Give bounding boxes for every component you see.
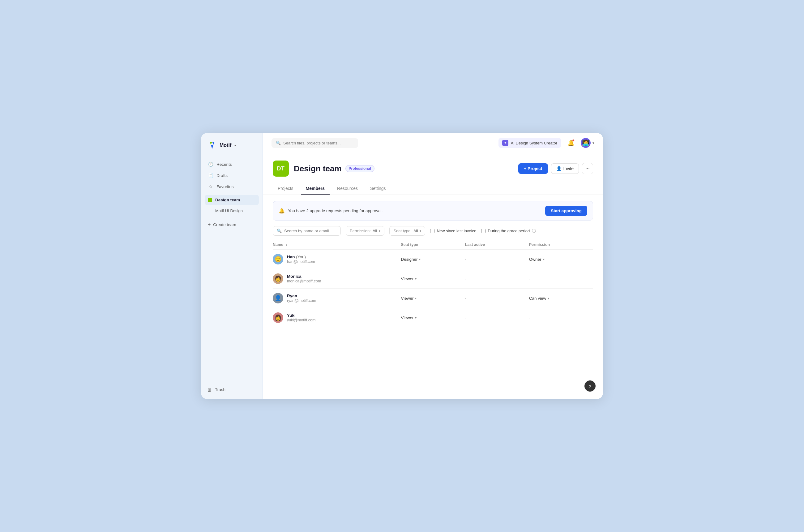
- seat-type-han[interactable]: Designer ▾: [401, 257, 421, 262]
- sidebar-item-recents[interactable]: 🕐 Recents: [205, 159, 259, 170]
- sidebar-nav: 🕐 Recents 📄 Drafts ☆ Favorites Design te…: [201, 156, 263, 380]
- member-name-han: Han (You): [287, 254, 315, 259]
- permission-chevron-icon: ▾: [379, 229, 380, 233]
- seat-type-filter-value: All: [414, 229, 418, 233]
- last-active-ryan: -: [465, 296, 467, 301]
- perm-chevron-icon-ryan: ▾: [548, 297, 549, 300]
- tab-settings[interactable]: Settings: [365, 183, 391, 194]
- grace-period-filter[interactable]: During the grace period ⓘ: [481, 228, 536, 234]
- member-cell-monica: 🧑 Monica monica@motiff.com: [273, 273, 396, 284]
- table-row: 🙂 Han (You) han@motiff.com: [273, 250, 593, 269]
- sidebar-item-label: Drafts: [216, 173, 228, 178]
- start-approving-button[interactable]: Start approving: [545, 206, 587, 216]
- ai-assistant-badge[interactable]: ✦ AI Design System Creator: [498, 138, 561, 148]
- member-name-yuki: Yuki: [287, 313, 315, 318]
- global-search-input[interactable]: [283, 141, 354, 145]
- you-label-han: (You): [296, 254, 306, 259]
- member-email-monica: monica@motiff.com: [287, 279, 321, 283]
- member-search[interactable]: 🔍: [273, 226, 341, 236]
- logo-text: Motif: [219, 142, 231, 148]
- avatar-han: 🙂: [273, 254, 283, 264]
- permission-filter-label: Permission:: [350, 229, 371, 233]
- alert-left: 🔔 You have 2 upgrade requests pending fo…: [279, 208, 383, 214]
- col-header-active: Last active: [465, 240, 529, 250]
- search-icon: 🔍: [276, 141, 281, 145]
- permission-monica: -: [529, 277, 531, 281]
- invite-label: Invite: [563, 166, 574, 171]
- motif-logo-icon: [207, 140, 217, 150]
- last-active-yuki: -: [465, 316, 467, 320]
- seat-chevron-icon-monica: ▾: [415, 277, 417, 281]
- last-active-han: -: [465, 257, 467, 262]
- permission-han[interactable]: Owner ▾: [529, 257, 544, 262]
- sort-arrow-icon: ↓: [286, 243, 288, 247]
- table-row: 👩 Yuki yuki@motiff.com Viewer ▾: [273, 308, 593, 327]
- permission-filter[interactable]: Permission: All ▾: [346, 226, 384, 236]
- tab-resources[interactable]: Resources: [332, 183, 363, 194]
- new-since-invoice-checkbox[interactable]: [430, 229, 435, 233]
- team-avatar: DT: [273, 160, 289, 177]
- seat-type-filter[interactable]: Seat type: All ▾: [389, 226, 425, 236]
- grace-period-checkbox[interactable]: [481, 229, 485, 233]
- team-color-indicator: [208, 198, 212, 202]
- sidebar-item-label: Design team: [215, 198, 240, 202]
- page-tabs: Projects Members Resources Settings: [263, 177, 603, 195]
- sidebar-item-favorites[interactable]: ☆ Favorites: [205, 181, 259, 192]
- member-email-ryan: ryan@motiff.com: [287, 299, 316, 303]
- create-team-button[interactable]: + Create team: [205, 219, 259, 230]
- avatar: 🧑‍💻: [581, 138, 591, 148]
- invite-button[interactable]: 👤 Invite: [551, 163, 579, 174]
- sidebar-item-label: Recents: [216, 162, 232, 167]
- more-options-button[interactable]: ···: [582, 163, 593, 174]
- ai-badge-label: AI Design System Creator: [511, 141, 557, 145]
- sidebar-item-motif-ui-design[interactable]: Motif UI Design: [205, 206, 259, 216]
- sidebar-item-drafts[interactable]: 📄 Drafts: [205, 170, 259, 180]
- table-row: 🧑 Monica monica@motiff.com Viewer ▾: [273, 269, 593, 289]
- trash-icon: 🗑: [207, 387, 212, 392]
- recents-icon: 🕐: [208, 162, 213, 167]
- alert-message: You have 2 upgrade requests pending for …: [288, 208, 383, 213]
- tab-members[interactable]: Members: [301, 183, 330, 194]
- notifications-button[interactable]: 🔔: [566, 138, 576, 148]
- grace-period-label: During the grace period: [487, 229, 530, 233]
- member-cell-ryan: 👤 Ryan ryan@motiff.com: [273, 293, 396, 303]
- bell-icon: 🔔: [279, 208, 285, 214]
- more-icon: ···: [586, 166, 589, 171]
- sidebar-item-design-team[interactable]: Design team: [205, 195, 259, 205]
- sidebar-logo[interactable]: Motif ▾: [201, 133, 263, 156]
- avatar-yuki: 👩: [273, 312, 283, 323]
- permission-yuki: -: [529, 316, 531, 320]
- svg-marker-1: [211, 145, 213, 149]
- sidebar-sub-item-label: Motif UI Design: [215, 208, 243, 213]
- new-project-button[interactable]: + Project: [518, 163, 548, 174]
- perm-chevron-icon-han: ▾: [543, 258, 544, 261]
- content-area: 🔔 You have 2 upgrade requests pending fo…: [263, 195, 603, 399]
- invite-icon: 👤: [556, 166, 561, 171]
- ai-icon: ✦: [502, 140, 509, 146]
- col-header-permission: Permission: [529, 240, 593, 250]
- sidebar: Motif ▾ 🕐 Recents 📄 Drafts ☆ Favorites D…: [201, 133, 263, 399]
- trash-item[interactable]: 🗑 Trash: [207, 385, 256, 394]
- page-title: Design team: [294, 164, 342, 173]
- seat-type-yuki[interactable]: Viewer ▾: [401, 316, 417, 320]
- help-button[interactable]: ?: [585, 380, 596, 392]
- top-bar-right: ✦ AI Design System Creator 🔔 🧑‍💻 ▾: [498, 138, 594, 148]
- seat-chevron-icon-yuki: ▾: [415, 316, 417, 320]
- tab-projects[interactable]: Projects: [273, 183, 299, 194]
- user-avatar-button[interactable]: 🧑‍💻 ▾: [581, 138, 594, 148]
- member-search-input[interactable]: [284, 229, 336, 233]
- seat-type-ryan[interactable]: Viewer ▾: [401, 296, 417, 301]
- members-table: Name ↓ Seat type Last active Permission: [273, 240, 593, 327]
- page-title-section: DT Design team Professional: [273, 160, 375, 177]
- global-search[interactable]: 🔍: [271, 138, 358, 148]
- app-container: Motif ▾ 🕐 Recents 📄 Drafts ☆ Favorites D…: [201, 133, 603, 399]
- new-since-invoice-filter[interactable]: New since last invoice: [430, 229, 476, 233]
- permission-ryan[interactable]: Can view ▾: [529, 296, 550, 301]
- seat-type-monica[interactable]: Viewer ▾: [401, 277, 417, 281]
- table-row: 👤 Ryan ryan@motiff.com Viewer ▾: [273, 289, 593, 308]
- info-icon: ⓘ: [532, 228, 536, 234]
- avatar-ryan: 👤: [273, 293, 283, 303]
- page-actions: + Project 👤 Invite ···: [518, 163, 593, 174]
- sidebar-bottom: 🗑 Trash: [201, 380, 263, 399]
- member-cell-han: 🙂 Han (You) han@motiff.com: [273, 254, 396, 264]
